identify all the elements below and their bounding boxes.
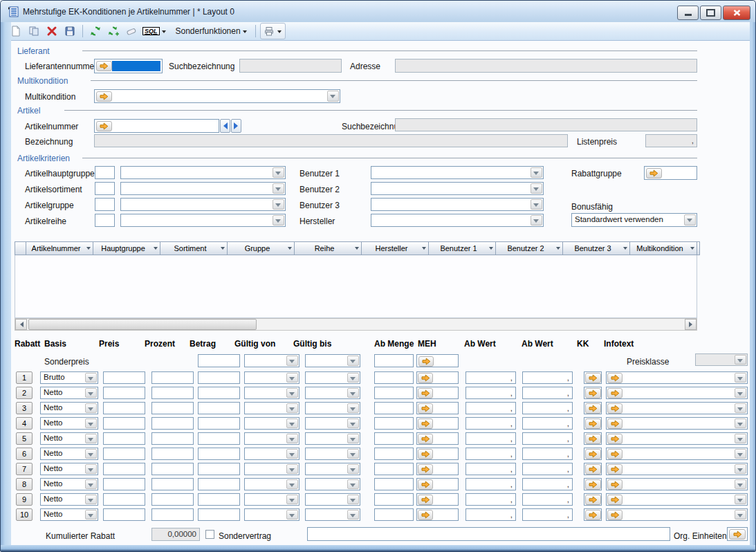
dropdown-arrow-button[interactable]: [85, 373, 97, 383]
infotext-lookup-button[interactable]: [607, 418, 623, 429]
column-dropdown-icon[interactable]: [489, 247, 493, 252]
kriterien-code-input[interactable]: [95, 182, 115, 195]
ab-wert-input[interactable]: ,: [465, 387, 516, 399]
kriterien-combo[interactable]: [120, 166, 286, 179]
kriterien-mid-combo[interactable]: [371, 214, 544, 227]
preis-input[interactable]: [103, 463, 145, 475]
dropdown-arrow-button[interactable]: [273, 215, 284, 226]
ab-wert-2-input[interactable]: ,: [522, 463, 573, 475]
dropdown-arrow-button[interactable]: [85, 510, 97, 519]
gueltig-von-combo[interactable]: [244, 371, 299, 384]
table-column-header[interactable]: Hauptgruppe: [93, 241, 160, 255]
basis-select[interactable]: Netto: [40, 432, 98, 445]
bonusfaehig-combo[interactable]: Standardwert verwenden: [571, 213, 697, 227]
prozent-input[interactable]: [151, 478, 194, 490]
dropdown-arrow-button[interactable]: [347, 356, 359, 366]
sonderpreis-gueltig-von-combo[interactable]: [244, 354, 299, 367]
meh-field[interactable]: [416, 387, 459, 399]
sonderpreis-ab-menge-input[interactable]: [374, 354, 414, 367]
ab-menge-input[interactable]: [374, 478, 414, 490]
row-number-button[interactable]: 8: [16, 478, 33, 490]
betrag-input[interactable]: [198, 478, 240, 490]
meh-lookup-button[interactable]: [418, 434, 433, 444]
ab-wert-input[interactable]: ,: [465, 448, 516, 460]
betrag-input[interactable]: [198, 432, 240, 445]
lieferantennummer-selection[interactable]: [112, 61, 160, 71]
preis-input[interactable]: [103, 508, 145, 521]
meh-lookup-button[interactable]: [418, 388, 433, 398]
gueltig-von-combo[interactable]: [244, 463, 299, 475]
gueltig-von-combo[interactable]: [244, 508, 299, 521]
betrag-input[interactable]: [198, 508, 240, 521]
column-dropdown-icon[interactable]: [422, 247, 426, 252]
multikondition-combo[interactable]: [94, 89, 340, 103]
dropdown-arrow-button[interactable]: [347, 510, 359, 519]
dropdown-arrow-button[interactable]: [531, 215, 542, 226]
artikelnummer-field[interactable]: [94, 119, 219, 133]
scrollbar-thumb[interactable]: [28, 319, 257, 330]
dropdown-arrow-button[interactable]: [273, 199, 284, 210]
dropdown-arrow-button[interactable]: [531, 199, 542, 210]
kk-field[interactable]: [584, 387, 602, 399]
meh-lookup-button[interactable]: [418, 449, 433, 459]
kk-lookup-button[interactable]: [585, 418, 601, 429]
meh-field[interactable]: [416, 417, 459, 430]
kk-lookup-button[interactable]: [585, 479, 601, 490]
meh-field[interactable]: [416, 478, 459, 490]
table-horizontal-scrollbar[interactable]: [15, 318, 697, 331]
row-number-button[interactable]: 6: [16, 448, 33, 460]
row-number-button[interactable]: 3: [16, 402, 33, 414]
kk-field[interactable]: [584, 508, 602, 521]
dropdown-arrow-button[interactable]: [286, 403, 298, 413]
dropdown-arrow-button[interactable]: [735, 403, 746, 413]
kk-field[interactable]: [584, 402, 602, 414]
basis-select[interactable]: Netto: [40, 493, 98, 506]
dropdown-arrow-button[interactable]: [347, 449, 359, 459]
infotext-combo[interactable]: [606, 371, 748, 384]
kriterien-combo[interactable]: [120, 198, 286, 211]
kk-lookup-button[interactable]: [585, 510, 601, 520]
table-column-header[interactable]: Artikelnummer: [26, 241, 93, 255]
gueltig-bis-combo[interactable]: [305, 371, 360, 384]
dropdown-arrow-button[interactable]: [286, 418, 298, 428]
ab-menge-input[interactable]: [374, 508, 414, 521]
ab-wert-input[interactable]: ,: [465, 432, 516, 445]
column-dropdown-icon[interactable]: [288, 247, 292, 252]
gueltig-bis-combo[interactable]: [305, 387, 360, 399]
prozent-input[interactable]: [151, 448, 194, 460]
ab-wert-input[interactable]: ,: [465, 493, 516, 506]
basis-select[interactable]: Netto: [40, 387, 98, 399]
org-einheiten-field[interactable]: [727, 527, 748, 541]
preis-input[interactable]: [103, 432, 145, 445]
preis-input[interactable]: [103, 417, 145, 430]
kk-lookup-button[interactable]: [585, 388, 601, 398]
infotext-combo[interactable]: [606, 478, 748, 490]
ab-menge-input[interactable]: [374, 432, 414, 445]
prozent-input[interactable]: [151, 493, 194, 506]
kk-lookup-button[interactable]: [585, 373, 601, 383]
gueltig-bis-combo[interactable]: [305, 493, 360, 506]
dropdown-arrow-button[interactable]: [85, 464, 97, 474]
ab-wert-input[interactable]: ,: [465, 463, 516, 475]
dropdown-arrow-button[interactable]: [735, 373, 746, 383]
dropdown-arrow-button[interactable]: [85, 479, 97, 489]
dropdown-arrow-button[interactable]: [735, 355, 746, 365]
dropdown-arrow-button[interactable]: [85, 388, 97, 398]
kriterien-mid-combo[interactable]: [371, 198, 544, 211]
kriterien-code-input[interactable]: [95, 166, 115, 179]
prozent-input[interactable]: [151, 508, 194, 521]
basis-select[interactable]: Netto: [40, 508, 98, 521]
dropdown-arrow-button[interactable]: [735, 464, 746, 474]
meh-lookup-button[interactable]: [418, 510, 433, 520]
ab-wert-2-input[interactable]: ,: [522, 417, 573, 430]
infotext-lookup-button[interactable]: [607, 388, 623, 398]
column-dropdown-icon[interactable]: [556, 247, 560, 252]
dropdown-arrow-button[interactable]: [347, 373, 359, 383]
table-column-header[interactable]: Benutzer 2: [496, 241, 563, 255]
meh-lookup-button[interactable]: [418, 356, 434, 367]
infotext-combo[interactable]: [606, 432, 748, 445]
betrag-input[interactable]: [198, 448, 240, 460]
column-dropdown-icon[interactable]: [86, 247, 91, 252]
dropdown-arrow-button[interactable]: [735, 510, 746, 519]
kk-lookup-button[interactable]: [585, 464, 601, 475]
